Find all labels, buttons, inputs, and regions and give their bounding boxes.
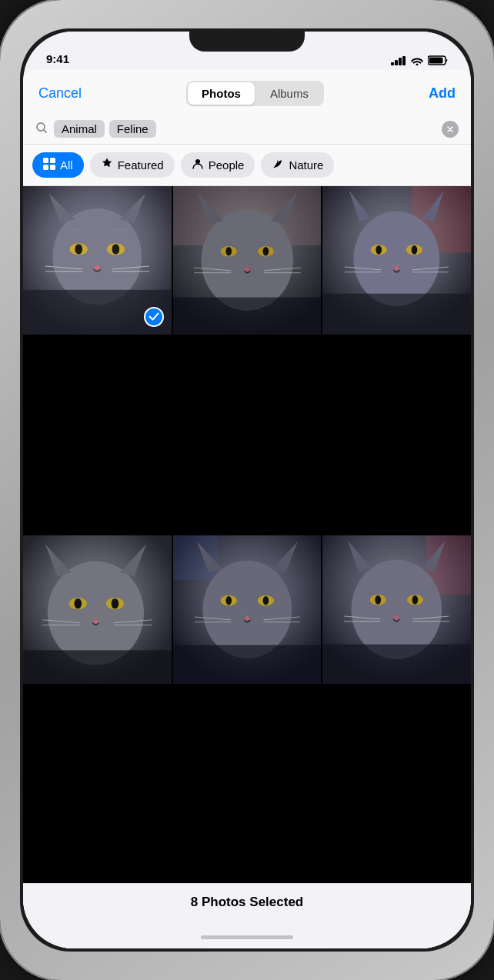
person-icon bbox=[192, 158, 204, 172]
search-bar: Animal Feline bbox=[23, 114, 471, 145]
search-icon bbox=[35, 122, 48, 137]
svg-rect-1 bbox=[395, 60, 398, 65]
svg-rect-3 bbox=[402, 56, 406, 65]
cat-image-3 bbox=[322, 186, 471, 335]
home-indicator bbox=[23, 925, 471, 948]
bottom-bar: 8 Photos Selected bbox=[23, 883, 471, 925]
filter-featured-label: Featured bbox=[118, 158, 164, 172]
photo-cell-6[interactable] bbox=[322, 535, 471, 684]
signal-icon bbox=[391, 56, 406, 65]
svg-point-63 bbox=[112, 598, 119, 608]
svg-rect-7 bbox=[43, 158, 48, 163]
add-button[interactable]: Add bbox=[429, 85, 456, 102]
svg-point-28 bbox=[201, 210, 292, 311]
filter-tabs: All Featured bbox=[23, 145, 471, 186]
notch bbox=[189, 28, 305, 52]
photo-cell-1[interactable] bbox=[23, 186, 172, 335]
tab-photos[interactable]: Photos bbox=[188, 82, 255, 105]
photo-cell-4[interactable] bbox=[23, 535, 172, 684]
svg-point-11 bbox=[195, 159, 200, 164]
filter-tab-nature[interactable]: Nature bbox=[261, 152, 334, 178]
svg-point-92 bbox=[376, 595, 382, 605]
svg-point-72 bbox=[202, 561, 292, 658]
svg-rect-69 bbox=[23, 650, 172, 683]
filter-tab-people[interactable]: People bbox=[181, 152, 255, 178]
svg-rect-55 bbox=[322, 294, 471, 335]
svg-rect-99 bbox=[322, 645, 471, 684]
tab-albums[interactable]: Albums bbox=[256, 82, 322, 105]
cat-image-6 bbox=[322, 535, 471, 684]
phone-body: 9:41 bbox=[20, 28, 474, 952]
photo-cell-2[interactable] bbox=[173, 186, 322, 335]
filter-nature-label: Nature bbox=[289, 158, 323, 172]
filter-tab-featured[interactable]: Featured bbox=[90, 152, 175, 178]
svg-point-62 bbox=[74, 598, 82, 608]
tag-animal[interactable]: Animal bbox=[54, 120, 105, 138]
cat-image-4 bbox=[23, 535, 172, 684]
screen: 9:41 bbox=[23, 32, 471, 948]
star-icon bbox=[101, 158, 113, 172]
svg-point-78 bbox=[262, 596, 269, 605]
cancel-button[interactable]: Cancel bbox=[38, 85, 82, 102]
search-tags: Animal Feline bbox=[54, 120, 436, 138]
cat-image-2 bbox=[173, 186, 322, 335]
svg-point-87 bbox=[352, 560, 442, 659]
svg-point-57 bbox=[48, 562, 144, 665]
svg-point-93 bbox=[412, 595, 419, 605]
svg-rect-40 bbox=[173, 298, 322, 335]
check-badge-1 bbox=[144, 307, 164, 327]
svg-rect-10 bbox=[50, 165, 55, 170]
leaf-icon bbox=[272, 158, 284, 172]
segment-control: Photos Albums bbox=[186, 81, 324, 106]
home-bar bbox=[201, 935, 293, 939]
svg-point-33 bbox=[225, 247, 232, 256]
photo-grid bbox=[23, 186, 471, 883]
battery-icon bbox=[428, 55, 448, 65]
svg-rect-0 bbox=[391, 62, 394, 65]
grid-icon bbox=[43, 158, 55, 172]
svg-rect-2 bbox=[399, 58, 402, 65]
cat-image-5 bbox=[173, 535, 322, 684]
svg-point-43 bbox=[354, 212, 440, 306]
photo-cell-5[interactable] bbox=[173, 535, 322, 684]
photo-cell-3[interactable] bbox=[322, 186, 471, 335]
tag-feline[interactable]: Feline bbox=[109, 120, 156, 138]
top-bar: Cancel Photos Albums Add bbox=[23, 70, 471, 114]
filter-people-label: People bbox=[209, 158, 245, 172]
search-clear-button[interactable] bbox=[442, 121, 459, 138]
status-time: 9:41 bbox=[46, 52, 69, 65]
filter-all-label: All bbox=[60, 158, 73, 172]
svg-rect-9 bbox=[43, 165, 48, 170]
modal-sheet: Cancel Photos Albums Add bbox=[23, 70, 471, 948]
svg-point-34 bbox=[262, 247, 269, 256]
svg-point-19 bbox=[112, 244, 120, 254]
svg-point-77 bbox=[225, 596, 232, 605]
filter-tab-all[interactable]: All bbox=[32, 152, 84, 178]
photos-selected-label: 8 Photos Selected bbox=[191, 895, 303, 909]
svg-point-49 bbox=[412, 245, 418, 255]
svg-point-18 bbox=[75, 244, 82, 254]
svg-point-48 bbox=[376, 245, 382, 255]
wifi-icon bbox=[411, 56, 423, 65]
phone-frame: 9:41 bbox=[0, 0, 494, 980]
svg-rect-5 bbox=[429, 58, 443, 64]
svg-rect-8 bbox=[50, 158, 55, 163]
status-icons bbox=[391, 55, 448, 65]
svg-rect-84 bbox=[173, 645, 322, 684]
